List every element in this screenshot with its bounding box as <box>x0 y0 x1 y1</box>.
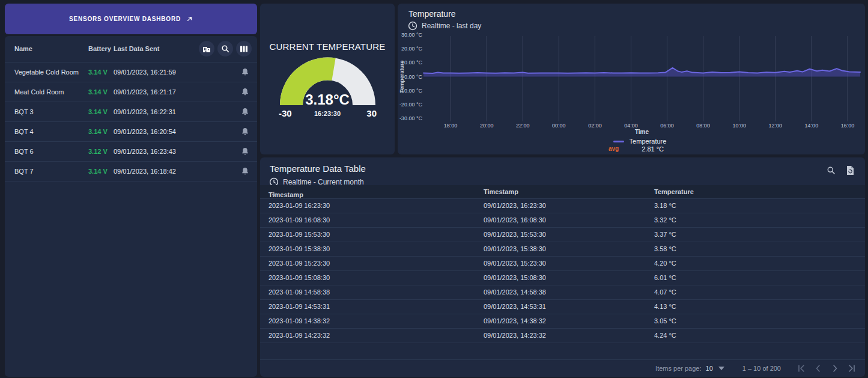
chart-legend[interactable]: Temperature <box>406 138 868 145</box>
cell-timestamp-2: 09/01/2023, 14:23:32 <box>484 332 546 339</box>
cell-timestamp-1: 2023-01-09 14:38:32 <box>269 317 330 325</box>
sensor-battery-value: 3.14 V <box>88 88 108 96</box>
columns-icon <box>240 45 248 53</box>
sensor-alarm-button[interactable] <box>241 147 249 156</box>
sensors-table-header: Name Battery Last Data Sent <box>5 36 257 62</box>
prev-page-button[interactable] <box>812 362 824 374</box>
cell-timestamp-1: 2023-01-09 14:23:32 <box>269 332 330 339</box>
chart-title: Temperature <box>408 9 456 19</box>
dashboard-title: SENSORS OVERVIEW DASHBORD <box>69 16 181 22</box>
sensor-row[interactable]: BQT 33.14 V09/01/2023, 16:22:31 <box>5 102 257 122</box>
legend-agg-label[interactable]: avg <box>609 145 619 153</box>
table-row[interactable]: 2023-01-09 15:08:3009/01/2023, 15:08:306… <box>260 271 865 285</box>
svg-text:06:00: 06:00 <box>660 123 674 129</box>
column-header-temperature[interactable]: Temperature <box>654 188 694 195</box>
cell-timestamp-1: 2023-01-09 16:23:30 <box>269 202 330 209</box>
svg-text:00:00: 00:00 <box>552 123 566 129</box>
sensor-battery-value: 3.12 V <box>88 148 108 155</box>
table-row[interactable]: 2023-01-09 16:08:3009/01/2023, 16:08:303… <box>260 213 865 228</box>
legend-line-swatch <box>613 141 624 142</box>
sensor-row[interactable]: BQT 63.12 V09/01/2023, 16:23:43 <box>5 142 257 162</box>
legend-avg-value: 2.81 °C <box>642 145 664 153</box>
sensor-battery-value: 3.14 V <box>88 168 108 175</box>
cell-temperature: 3.32 °C <box>654 216 676 224</box>
first-page-button[interactable] <box>795 362 807 374</box>
cell-timestamp-1: 2023-01-09 15:08:30 <box>269 274 330 281</box>
cell-timestamp-2: 09/01/2023, 14:38:32 <box>484 317 546 325</box>
current-temperature-card: CURRENT TEMPERATURE 3.18°C -30 16:23:30 … <box>260 4 395 154</box>
svg-text:10:00: 10:00 <box>732 123 746 129</box>
items-per-page-select[interactable]: 10 <box>706 365 713 372</box>
select-caret-icon[interactable] <box>718 367 724 370</box>
table-search-button[interactable] <box>824 163 838 177</box>
cell-temperature: 3.05 °C <box>654 317 676 325</box>
svg-text:22:00: 22:00 <box>516 123 530 129</box>
sensor-alarm-button[interactable] <box>241 127 249 136</box>
cell-timestamp-1: 2023-01-09 16:08:30 <box>269 216 330 224</box>
svg-text:02:00: 02:00 <box>588 123 602 129</box>
cell-timestamp-1: 2023-01-09 15:53:30 <box>269 231 330 238</box>
sensor-alarm-button[interactable] <box>241 68 249 76</box>
svg-text:16:00: 16:00 <box>841 123 855 129</box>
cell-timestamp-2: 09/01/2023, 16:23:30 <box>484 202 546 209</box>
next-page-icon <box>830 363 840 374</box>
search-icon <box>827 166 836 175</box>
sensor-last-data-sent: 09/01/2023, 16:23:43 <box>114 148 176 155</box>
display-columns-button[interactable] <box>236 41 252 56</box>
cell-timestamp-2: 09/01/2023, 15:53:30 <box>484 231 546 238</box>
items-per-page-label: Items per page: <box>655 365 701 372</box>
cell-timestamp-2: 09/01/2023, 15:23:30 <box>484 260 546 267</box>
sensor-last-data-sent: 09/01/2023, 16:21:17 <box>114 88 176 96</box>
svg-text:Time: Time <box>635 129 649 135</box>
chart-timewindow-label[interactable]: Realtime - last day <box>422 22 481 30</box>
data-table-column-headers: Timestamp Timestamp Temperature <box>260 185 865 199</box>
last-page-button[interactable] <box>846 362 858 374</box>
svg-text:08:00: 08:00 <box>696 123 710 129</box>
prev-page-icon <box>813 363 824 374</box>
sensor-row[interactable]: BQT 73.14 V09/01/2023, 16:18:42 <box>5 162 257 181</box>
legend-series-label: Temperature <box>630 138 667 145</box>
next-page-button[interactable] <box>829 362 841 374</box>
cell-timestamp-1: 2023-01-09 15:38:30 <box>269 245 330 252</box>
table-row[interactable]: 2023-01-09 15:53:3009/01/2023, 15:53:303… <box>260 228 865 242</box>
column-header-last-data-sent[interactable]: Last Data Sent <box>114 45 159 52</box>
sensor-name: Vegetable Cold Room <box>14 69 79 76</box>
bell-icon <box>241 108 249 116</box>
table-row[interactable]: 2023-01-09 15:23:3009/01/2023, 15:23:304… <box>260 257 865 271</box>
sensor-name: BQT 7 <box>14 168 34 175</box>
column-header-timestamp-2[interactable]: Timestamp <box>484 188 518 195</box>
svg-text:30.00 °C: 30.00 °C <box>401 32 423 38</box>
manage-entities-button[interactable] <box>199 41 214 56</box>
table-row[interactable]: 2023-01-09 15:38:3009/01/2023, 15:38:303… <box>260 242 865 257</box>
table-row[interactable]: 2023-01-09 14:53:3109/01/2023, 14:53:314… <box>260 300 865 314</box>
sensor-row[interactable]: Vegetable Cold Room3.14 V09/01/2023, 16:… <box>5 62 257 82</box>
svg-text:18:00: 18:00 <box>444 123 458 129</box>
temperature-chart-card: 18:0020:0022:0000:0002:0004:0006:0008:00… <box>398 4 865 154</box>
sensor-row[interactable]: BQT 43.14 V09/01/2023, 16:20:54 <box>5 122 257 142</box>
cell-temperature: 4.24 °C <box>654 332 676 339</box>
svg-text:Temperature: Temperature <box>399 61 405 93</box>
sensor-battery-value: 3.14 V <box>88 69 108 76</box>
cell-timestamp-2: 09/01/2023, 15:08:30 <box>484 274 546 281</box>
sensor-alarm-button[interactable] <box>241 88 249 96</box>
table-row[interactable]: 2023-01-09 14:38:3209/01/2023, 14:38:323… <box>260 314 865 329</box>
data-table-title: Temperature Data Table <box>270 163 366 174</box>
sensor-alarm-button[interactable] <box>241 108 249 116</box>
dashboard-header-card[interactable]: SENSORS OVERVIEW DASHBORD <box>5 4 257 34</box>
sensor-last-data-sent: 09/01/2023, 16:20:54 <box>114 128 176 135</box>
table-row[interactable]: 2023-01-09 16:23:3009/01/2023, 16:23:303… <box>260 199 865 213</box>
column-header-name[interactable]: Name <box>14 45 32 52</box>
table-export-button[interactable] <box>843 163 857 177</box>
sensor-row[interactable]: Meat Cold Room3.14 V09/01/2023, 16:21:17 <box>5 82 257 102</box>
search-entities-button[interactable] <box>217 41 233 56</box>
cell-timestamp-1: 2023-01-09 14:58:38 <box>269 288 330 296</box>
sensor-name: Meat Cold Room <box>14 88 64 96</box>
cell-temperature: 4.20 °C <box>654 260 676 267</box>
cell-temperature: 3.37 °C <box>654 231 676 238</box>
sensor-alarm-button[interactable] <box>241 167 249 175</box>
table-row[interactable]: 2023-01-09 14:23:3209/01/2023, 14:23:324… <box>260 329 865 343</box>
table-row[interactable]: 2023-01-09 14:58:3809/01/2023, 14:58:384… <box>260 285 865 300</box>
cell-temperature: 6.01 °C <box>654 274 676 281</box>
cell-temperature: 4.07 °C <box>654 288 676 296</box>
column-header-battery[interactable]: Battery <box>88 45 111 52</box>
